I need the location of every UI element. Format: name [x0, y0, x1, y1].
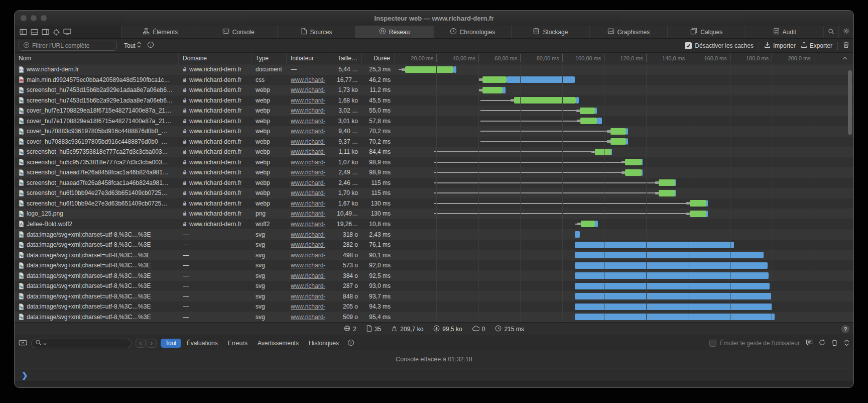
- initiator-link[interactable]: www.richard-d…: [291, 159, 325, 166]
- initiator-link[interactable]: www.richard-d…: [291, 97, 325, 104]
- console-scope-icon[interactable]: [19, 339, 27, 348]
- collapse-waterfall-icon[interactable]: [842, 55, 847, 62]
- table-row[interactable]: main.min.d9924575ec0bba420589a48d5190fbc…: [15, 75, 853, 85]
- initiator-link[interactable]: www.richard-d…: [291, 314, 325, 321]
- initiator-link[interactable]: www.richard-d…: [291, 252, 325, 259]
- initiator-link[interactable]: www.richard-d…: [291, 169, 325, 176]
- initiator-link[interactable]: www.richard-d…: [291, 118, 325, 125]
- waterfall-cell[interactable]: [395, 64, 853, 75]
- table-row[interactable]: data:image/svg+xml;charset=utf-8,%3C…%3E…: [15, 312, 853, 322]
- column-header-initiator[interactable]: Initiateur: [287, 53, 329, 64]
- table-row[interactable]: screenshot_hu5c957353818e777ca27d3c3cba0…: [15, 147, 853, 157]
- table-row[interactable]: www.richard-dern.frwww.richard-dern.frdo…: [15, 64, 853, 75]
- close-window-button[interactable]: [21, 15, 27, 21]
- settings-button[interactable]: [838, 26, 853, 38]
- console-search-input[interactable]: [31, 339, 132, 348]
- waterfall-cell[interactable]: [395, 198, 853, 209]
- table-row[interactable]: data:image/svg+xml;charset=utf-8,%3C…%3E…: [15, 301, 853, 312]
- dock-bottom-icon[interactable]: [31, 29, 38, 35]
- console-messages-icon[interactable]: [806, 339, 813, 347]
- column-header-duration[interactable]: Durée: [362, 53, 395, 64]
- table-row[interactable]: cover_huf7e1708829ea18f6715e48271400e87a…: [15, 116, 853, 127]
- waterfall-cell[interactable]: [395, 157, 853, 168]
- table-row[interactable]: data:image/svg+xml;charset=utf-8,%3C…%3E…: [15, 229, 853, 240]
- table-row[interactable]: data:image/svg+xml;charset=utf-8,%3C…%3E…: [15, 291, 853, 301]
- waterfall-cell[interactable]: [395, 281, 853, 291]
- table-row[interactable]: screenshot_huaead7fe26a8458fcac1a46b824a…: [15, 178, 853, 188]
- device-settings-icon[interactable]: [63, 29, 71, 35]
- tab-elements[interactable]: Éléments: [121, 26, 199, 38]
- waterfall-cell[interactable]: [395, 147, 853, 157]
- table-row[interactable]: screenshot_hu6f10bb94e27e3d63b651409cb07…: [15, 188, 853, 198]
- clear-console-icon[interactable]: [819, 339, 825, 347]
- tab-calques[interactable]: Calques: [667, 26, 745, 38]
- console-filter-tout[interactable]: Tout: [161, 339, 181, 348]
- console-prompt-row[interactable]: ❯: [15, 368, 853, 381]
- waterfall-cell[interactable]: [395, 260, 853, 271]
- table-row[interactable]: screenshot_hu7453d15b6b2a929e1adaa8e7a06…: [15, 95, 853, 106]
- waterfall-cell[interactable]: [395, 167, 853, 178]
- table-row[interactable]: cover_hu70883c936197805bd916c4488876d0b0…: [15, 126, 853, 137]
- resource-type-select[interactable]: Tout: [124, 42, 141, 49]
- waterfall-cell[interactable]: [395, 209, 853, 219]
- console-filter-historiques[interactable]: Historiques: [304, 339, 343, 348]
- column-header-name[interactable]: Nom: [15, 53, 179, 64]
- element-picker-icon[interactable]: [53, 29, 60, 36]
- emulate-user-gesture-checkbox[interactable]: Émuler le geste de l'utilisateur: [709, 340, 800, 347]
- initiator-link[interactable]: www.richard-d…: [291, 189, 325, 196]
- tab-console[interactable]: Console: [199, 26, 277, 38]
- waterfall-cell[interactable]: [395, 137, 853, 147]
- table-row[interactable]: data:image/svg+xml;charset=utf-8,%3C…%3E…: [15, 260, 853, 271]
- tab-reseau[interactable]: Réseau: [355, 26, 433, 38]
- initiator-link[interactable]: www.richard-d…: [291, 210, 325, 217]
- initiator-link[interactable]: www.richard-d…: [291, 303, 325, 310]
- export-button[interactable]: Exporter: [801, 42, 832, 50]
- help-button[interactable]: ?: [841, 325, 849, 333]
- tab-chronologies[interactable]: Chronologies: [433, 26, 511, 38]
- table-row[interactable]: data:image/svg+xml;charset=utf-8,%3C…%3E…: [15, 240, 853, 250]
- clear-network-button[interactable]: [843, 41, 849, 50]
- console-filter-circle-icon[interactable]: [347, 339, 354, 348]
- initiator-link[interactable]: www.richard-d…: [291, 86, 325, 93]
- table-row[interactable]: screenshot_hu7453d15b6b2a929e1adaa8e7a06…: [15, 85, 853, 95]
- console-filter-evaluations[interactable]: Évaluations: [182, 339, 222, 348]
- column-header-size[interactable]: Taille…: [329, 53, 362, 64]
- initiator-link[interactable]: www.richard-d…: [291, 179, 325, 186]
- table-row[interactable]: screenshot_hu6f10bb94e27e3d63b651409cb07…: [15, 198, 853, 209]
- waterfall-cell[interactable]: [395, 178, 853, 188]
- table-row[interactable]: Jellee-Bold.woff2www.richard-dern.frwoff…: [15, 219, 853, 230]
- waterfall-cell[interactable]: [395, 95, 853, 106]
- import-button[interactable]: Importer: [764, 42, 796, 50]
- table-row[interactable]: data:image/svg+xml;charset=utf-8,%3C…%3E…: [15, 281, 853, 291]
- dock-right-icon[interactable]: [42, 29, 49, 35]
- next-result-button[interactable]: ›: [147, 339, 157, 348]
- zoom-window-button[interactable]: [41, 15, 47, 21]
- initiator-link[interactable]: www.richard-d…: [291, 241, 325, 248]
- minimize-window-button[interactable]: [31, 15, 37, 21]
- console-filter-erreurs[interactable]: Erreurs: [223, 339, 252, 348]
- waterfall-cell[interactable]: [395, 85, 853, 95]
- initiator-link[interactable]: www.richard-d…: [291, 231, 325, 238]
- initiator-link[interactable]: www.richard-d…: [291, 148, 325, 155]
- console-input-area[interactable]: [15, 381, 853, 387]
- column-header-type[interactable]: Type: [252, 53, 287, 64]
- waterfall-cell[interactable]: [395, 301, 853, 312]
- waterfall-cell[interactable]: [395, 106, 853, 116]
- tab-audit[interactable]: Audit: [746, 26, 823, 38]
- disable-caches-checkbox[interactable]: Désactiver les caches: [685, 42, 754, 49]
- initiator-link[interactable]: www.richard-d…: [291, 272, 325, 279]
- table-row[interactable]: data:image/svg+xml;charset=utf-8,%3C…%3E…: [15, 250, 853, 260]
- filter-options-button[interactable]: [147, 41, 154, 50]
- table-row[interactable]: screenshot_huaead7fe26a8458fcac1a46b824a…: [15, 167, 853, 178]
- waterfall-cell[interactable]: [395, 240, 853, 250]
- waterfall-cell[interactable]: [395, 75, 853, 85]
- waterfall-cell[interactable]: [395, 116, 853, 127]
- dock-left-icon[interactable]: [20, 29, 27, 35]
- table-row[interactable]: data:image/svg+xml;charset=utf-8,%3C…%3E…: [15, 270, 853, 281]
- previous-result-button[interactable]: ‹: [136, 339, 146, 348]
- waterfall-cell[interactable]: [395, 126, 853, 137]
- vertical-scrollbar[interactable]: [848, 70, 852, 135]
- initiator-link[interactable]: www.richard-d…: [291, 221, 325, 228]
- url-filter-input[interactable]: Filtrer l'URL complète: [19, 41, 117, 51]
- waterfall-cell[interactable]: [395, 219, 853, 230]
